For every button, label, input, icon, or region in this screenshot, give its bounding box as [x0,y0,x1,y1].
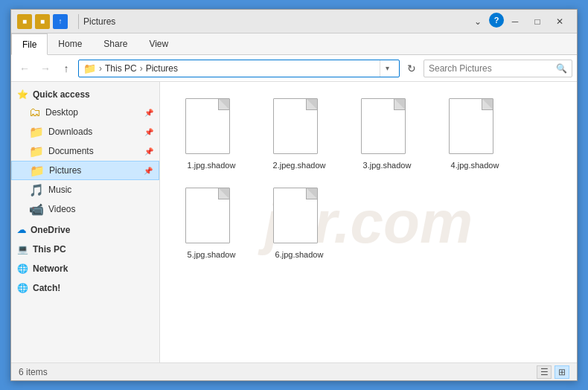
quick-icon-1[interactable]: ■ [17,14,32,29]
sidebar-onedrive-header[interactable]: ☁ OneDrive [11,222,159,238]
sidebar-item-desktop[interactable]: 🗂 Desktop 📌 [11,103,159,122]
title-bar-controls: ⌄ ? ─ □ ✕ [467,13,571,31]
grid-view-button[interactable]: ⊞ [555,365,569,379]
quick-icon-2[interactable]: ■ [35,14,50,29]
file-item[interactable]: 2.jpeg.shadow [258,92,340,176]
back-button[interactable]: ← [16,60,33,77]
videos-folder-icon: 📹 [29,202,44,217]
title-bar-icons: ■ ■ ↑ [17,14,68,29]
sidebar-network-header[interactable]: 🌐 Network [11,260,159,277]
close-button[interactable]: ✕ [549,13,571,31]
sidebar-item-documents[interactable]: 📁 Documents 📌 [11,141,159,161]
window-title: Pictures [83,16,467,27]
file-icon [449,98,501,158]
sidebar-item-label: Desktop [45,107,78,118]
downloads-folder-icon: 📁 [29,125,44,139]
file-item[interactable]: 4.jpg.shadow [434,92,516,176]
file-icon [273,98,325,158]
chevron-down-icon[interactable]: ⌄ [467,13,489,31]
sidebar-item-downloads[interactable]: 📁 Downloads 📌 [11,122,159,141]
refresh-button[interactable]: ↻ [403,60,421,77]
up-button[interactable]: ↑ [57,60,75,77]
ribbon: File Home Share View [11,33,577,55]
sidebar-item-music[interactable]: 🎵 Music [11,180,159,199]
minimize-button[interactable]: ─ [504,13,526,31]
sidebar-item-videos[interactable]: 📹 Videos [11,199,159,219]
sidebar-catch-header[interactable]: 🌐 Catch! [11,280,159,296]
sidebar-section-quick-access: ⭐ Quick access 🗂 Desktop 📌 📁 Downloads 📌… [11,86,159,219]
tab-home[interactable]: Home [48,33,93,54]
view-controls: ☰ ⊞ [537,365,569,379]
sidebar-quick-access-header[interactable]: ⭐ Quick access [11,86,159,103]
sidebar-thispc-header[interactable]: 💻 This PC [11,241,159,258]
file-label: 3.jpg.shadow [363,161,412,170]
pin-icon: 📌 [144,109,153,117]
quick-icon-3[interactable]: ↑ [53,14,68,29]
sidebar: ⭐ Quick access 🗂 Desktop 📌 📁 Downloads 📌… [11,82,160,362]
file-label: 2.jpeg.shadow [273,161,326,170]
file-fold [394,99,405,109]
list-view-button[interactable]: ☰ [537,365,552,379]
file-fold [219,99,229,109]
pin-icon: 📌 [144,147,153,156]
sidebar-item-label: Downloads [48,127,92,137]
sidebar-section-catch: 🌐 Catch! [11,280,159,296]
forward-button[interactable]: → [36,60,54,77]
file-icon [273,188,325,247]
file-area: jsr.com 1.jpg.shadow [160,82,577,362]
status-bar: 6 items ☰ ⊞ [11,362,577,380]
file-label: 5.jpg.shadow [188,250,236,259]
sidebar-item-label: Pictures [49,165,81,176]
pin-icon: 📌 [144,128,153,136]
file-page [273,98,318,154]
address-bar: ← → ↑ 📁 › This PC › Pictures ▾ ↻ 🔍 [11,55,577,82]
file-label: 6.jpg.shadow [275,250,324,259]
file-label: 1.jpg.shadow [188,161,236,170]
breadcrumb-icon: 📁 [83,63,96,74]
desktop-folder-icon: 🗂 [29,106,41,119]
search-icon: 🔍 [556,63,567,74]
file-fold [219,188,229,199]
tab-file[interactable]: File [11,33,48,55]
help-icon[interactable]: ? [489,13,504,28]
file-page [273,188,318,243]
item-count: 6 items [19,367,48,377]
file-item[interactable]: 6.jpg.shadow [258,182,340,265]
file-icon [185,188,237,247]
sidebar-item-pictures[interactable]: 📁 Pictures 📌 [11,161,159,180]
explorer-window: ■ ■ ↑ Pictures ⌄ ? ─ □ ✕ File Home Share… [10,9,578,381]
file-item[interactable]: 3.jpg.shadow [346,92,428,176]
file-label: 4.jpg.shadow [451,161,499,170]
sidebar-section-network: 🌐 Network [11,260,159,277]
pin-icon: 📌 [144,167,153,175]
music-folder-icon: 🎵 [29,183,44,197]
title-bar: ■ ■ ↑ Pictures ⌄ ? ─ □ ✕ [11,10,577,33]
file-item[interactable]: 5.jpg.shadow [170,182,252,265]
title-divider [78,14,79,29]
file-fold [482,99,493,109]
thispc-icon: 💻 [17,244,28,255]
tab-view[interactable]: View [138,33,179,54]
sidebar-item-label: Documents [48,146,94,156]
sidebar-item-label: Videos [48,204,75,214]
file-page [449,98,493,154]
path-this-pc[interactable]: This PC [105,63,137,74]
sidebar-item-label: Music [48,185,71,195]
search-input[interactable] [429,63,553,74]
pictures-folder-icon: 📁 [30,164,45,178]
path-separator-2: › [140,63,143,74]
path-dropdown-icon[interactable]: ▾ [380,60,394,77]
address-path[interactable]: 📁 › This PC › Pictures ▾ [78,60,400,77]
search-box[interactable]: 🔍 [424,60,572,77]
file-page [185,98,230,154]
quick-access-icon: ⭐ [17,89,28,100]
onedrive-label: OneDrive [31,225,70,235]
path-pictures[interactable]: Pictures [146,63,178,74]
maximize-button[interactable]: □ [526,13,549,31]
files-grid: 1.jpg.shadow 2.jpeg.shadow [167,89,569,268]
file-item[interactable]: 1.jpg.shadow [170,92,252,176]
network-label: Network [33,263,68,274]
file-fold [307,188,317,199]
tab-share[interactable]: Share [93,33,138,54]
thispc-label: This PC [33,244,66,255]
